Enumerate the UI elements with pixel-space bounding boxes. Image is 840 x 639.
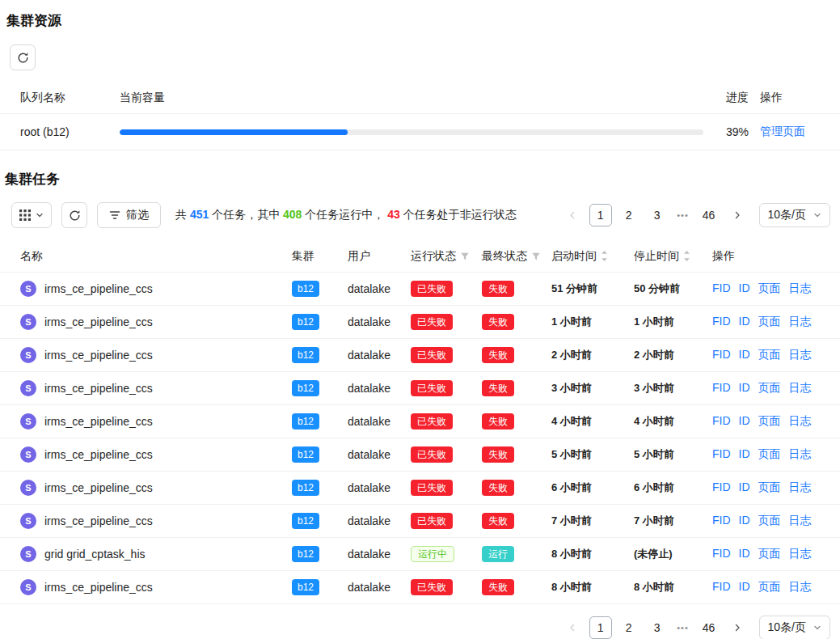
row-action-link[interactable]: ID bbox=[739, 348, 750, 362]
row-action-link[interactable]: FID bbox=[712, 547, 731, 561]
row-action-link[interactable]: 页面 bbox=[758, 547, 781, 561]
page-button-2[interactable]: 2 bbox=[618, 616, 640, 639]
view-switcher-button[interactable] bbox=[11, 202, 52, 228]
summary-running-count: 408 bbox=[283, 208, 302, 221]
page-button-1[interactable]: 1 bbox=[589, 204, 612, 226]
row-actions: FIDID页面日志 bbox=[712, 281, 840, 296]
row-actions: FIDID页面日志 bbox=[712, 381, 840, 396]
chevron-left-icon bbox=[568, 623, 577, 633]
row-action-link[interactable]: FID bbox=[712, 414, 731, 429]
page-size-select[interactable]: 10条/页 bbox=[759, 616, 830, 639]
next-page-button[interactable] bbox=[726, 616, 749, 639]
task-user: datalake bbox=[348, 315, 411, 328]
row-action-link[interactable]: FID bbox=[712, 348, 731, 362]
task-name: irms_ce_pipeline_ccs bbox=[44, 282, 153, 295]
row-action-link[interactable]: ID bbox=[739, 381, 750, 396]
sort-icon bbox=[601, 250, 608, 262]
start-time: 6 小时前 bbox=[551, 480, 634, 495]
stop-time-sort-icon[interactable] bbox=[683, 250, 690, 262]
start-time-sort-icon[interactable] bbox=[601, 250, 608, 262]
col-progress: 进度 bbox=[703, 91, 760, 105]
row-action-link[interactable]: 页面 bbox=[758, 315, 781, 329]
final-status-badge: 失败 bbox=[482, 513, 514, 529]
row-action-link[interactable]: 页面 bbox=[758, 480, 781, 495]
final-status-badge: 失败 bbox=[482, 281, 514, 297]
row-action-link[interactable]: 日志 bbox=[789, 348, 812, 362]
stop-time: 6 小时前 bbox=[634, 480, 712, 495]
capacity-cell bbox=[120, 129, 703, 135]
filter-button[interactable]: 筛选 bbox=[97, 202, 161, 228]
row-action-link[interactable]: ID bbox=[739, 315, 750, 329]
row-action-link[interactable]: 日志 bbox=[789, 480, 812, 495]
task-name: irms_ce_pipeline_ccs bbox=[44, 382, 153, 395]
row-action-link[interactable]: ID bbox=[739, 281, 750, 296]
row-action-link[interactable]: FID bbox=[712, 315, 731, 329]
page-button-last[interactable]: 46 bbox=[698, 204, 720, 226]
chevron-down-icon bbox=[36, 211, 44, 219]
final-status-badge: 失败 bbox=[482, 314, 514, 330]
page-size-select[interactable]: 10条/页 bbox=[759, 203, 830, 227]
page-ellipsis[interactable]: ••• bbox=[674, 623, 692, 633]
col-run-status-label: 运行状态 bbox=[411, 249, 456, 264]
row-action-link[interactable]: ID bbox=[739, 547, 750, 561]
chevron-down-icon bbox=[813, 211, 821, 219]
row-action-link[interactable]: 页面 bbox=[758, 381, 781, 396]
row-action-link[interactable]: ID bbox=[739, 580, 750, 595]
row-action-link[interactable]: ID bbox=[739, 514, 750, 528]
row-action-link[interactable]: 日志 bbox=[789, 580, 812, 595]
final-status-badge: 失败 bbox=[482, 446, 514, 463]
row-action-link[interactable]: ID bbox=[739, 447, 750, 462]
row-action-link[interactable]: FID bbox=[712, 281, 731, 296]
page-button-last[interactable]: 46 bbox=[698, 616, 720, 639]
prev-page-button[interactable] bbox=[561, 616, 584, 639]
next-page-button[interactable] bbox=[726, 204, 749, 226]
row-action-link[interactable]: 日志 bbox=[789, 514, 812, 528]
row-actions: FIDID页面日志 bbox=[712, 348, 840, 362]
prev-page-button[interactable] bbox=[561, 204, 584, 226]
col-name: 名称 bbox=[20, 249, 292, 264]
row-action-link[interactable]: 页面 bbox=[758, 447, 781, 462]
page-ellipsis[interactable]: ••• bbox=[674, 210, 692, 220]
cluster-tasks-title: 集群任务 bbox=[0, 150, 840, 188]
task-user: datalake bbox=[348, 415, 411, 428]
row-action-link[interactable]: 页面 bbox=[758, 580, 781, 595]
row-action-link[interactable]: 页面 bbox=[758, 514, 781, 528]
row-action-link[interactable]: FID bbox=[712, 381, 731, 396]
row-action-link[interactable]: 日志 bbox=[789, 414, 812, 429]
page-button-2[interactable]: 2 bbox=[618, 204, 640, 226]
row-action-link[interactable]: 页面 bbox=[758, 414, 781, 429]
row-action-link[interactable]: 页面 bbox=[758, 348, 781, 362]
run-status-filter-icon[interactable] bbox=[460, 252, 470, 261]
row-action-link[interactable]: 日志 bbox=[789, 447, 812, 462]
row-action-link[interactable]: FID bbox=[712, 480, 731, 495]
task-avatar: S bbox=[20, 314, 36, 330]
row-action-link[interactable]: FID bbox=[712, 514, 731, 528]
task-table-header: 名称 集群 用户 运行状态 最终状态 启动时间 bbox=[0, 240, 840, 273]
page-button-1[interactable]: 1 bbox=[589, 616, 612, 639]
task-user: datalake bbox=[348, 282, 411, 295]
bottom-bar: 1 2 3 ••• 46 10条/页 bbox=[0, 616, 830, 639]
manage-page-link[interactable]: 管理页面 bbox=[760, 125, 805, 138]
col-start-time-label: 启动时间 bbox=[551, 249, 597, 264]
row-action-link[interactable]: FID bbox=[712, 580, 731, 595]
task-name-cell: S irms_ce_pipeline_ccs bbox=[20, 480, 292, 496]
resources-table: 队列名称 当前容量 进度 操作 root (b12) 39% 管理页面 bbox=[0, 82, 840, 150]
resources-refresh-button[interactable] bbox=[10, 44, 36, 70]
row-action-link[interactable]: 日志 bbox=[789, 381, 812, 396]
row-action-link[interactable]: 日志 bbox=[789, 281, 812, 296]
grid-view-icon bbox=[19, 209, 31, 221]
row-action-link[interactable]: ID bbox=[739, 480, 750, 495]
row-action-link[interactable]: 日志 bbox=[789, 315, 812, 329]
summary-total-count: 451 bbox=[190, 208, 209, 221]
row-action-link[interactable]: FID bbox=[712, 447, 731, 462]
row-action-link[interactable]: 页面 bbox=[758, 281, 781, 296]
page-button-3[interactable]: 3 bbox=[646, 616, 669, 639]
task-table-row: S irms_ce_pipeline_ccs b12 datalake 已失败 … bbox=[0, 505, 840, 538]
start-time: 5 小时前 bbox=[551, 447, 634, 462]
tasks-refresh-button[interactable] bbox=[61, 202, 87, 228]
final-status-filter-icon[interactable] bbox=[531, 252, 541, 261]
row-action-link[interactable]: 日志 bbox=[789, 547, 812, 561]
row-action-link[interactable]: ID bbox=[739, 414, 750, 429]
page-button-3[interactable]: 3 bbox=[646, 204, 669, 226]
pagination-top: 1 2 3 ••• 46 10条/页 bbox=[561, 203, 830, 227]
